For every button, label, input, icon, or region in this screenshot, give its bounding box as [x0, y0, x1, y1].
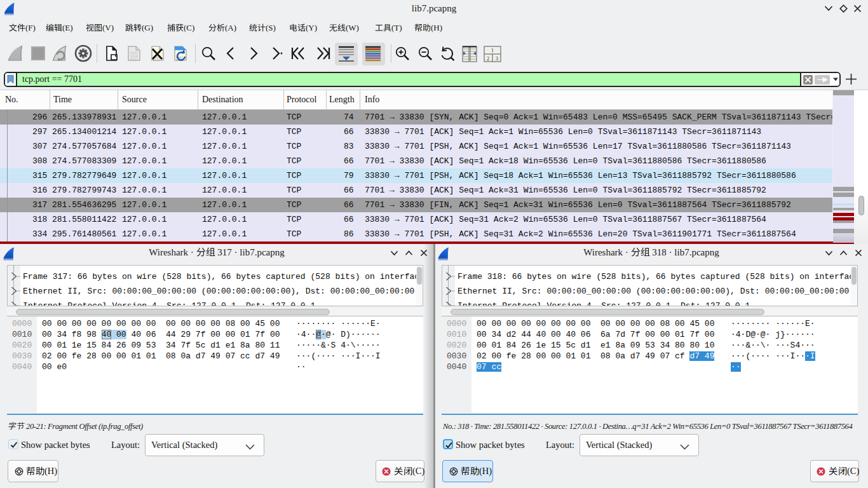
svg-text:1: 1 [491, 48, 494, 53]
svg-text:2: 2 [487, 56, 489, 62]
svg-text:0111: 0111 [153, 58, 160, 62]
svg-text:0111: 0111 [130, 57, 138, 61]
svg-text:3: 3 [496, 56, 498, 62]
